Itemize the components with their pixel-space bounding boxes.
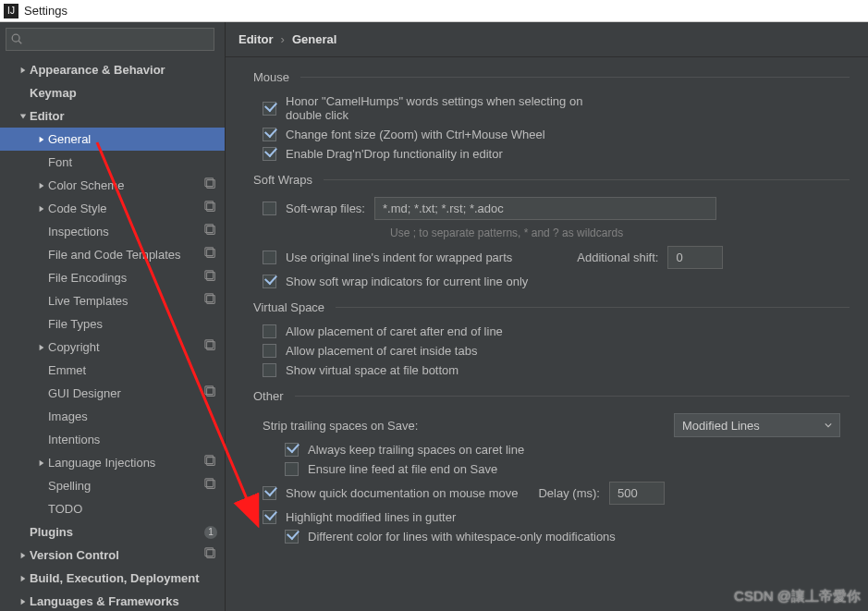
diff-color-label: Different color for lines with whitespac… bbox=[308, 530, 616, 544]
chevron-right-icon bbox=[17, 575, 30, 582]
sidebar-item-label: Plugins bbox=[30, 525, 204, 539]
sidebar-item-label: GUI Designer bbox=[48, 386, 204, 400]
search-input[interactable] bbox=[6, 28, 214, 51]
change-font-size-label: Change font size (Zoom) with Ctrl+Mouse … bbox=[286, 128, 545, 141]
delay-input[interactable] bbox=[609, 482, 665, 505]
sidebar-item-label: Appearance & Behavior bbox=[30, 63, 217, 77]
sidebar: Appearance & BehaviorKeymapEditorGeneral… bbox=[0, 22, 226, 611]
sidebar-item-inspections[interactable]: Inspections bbox=[0, 220, 225, 243]
honor-camelhumps-checkbox[interactable] bbox=[263, 102, 276, 116]
sidebar-item-file-and-code-templates[interactable]: File and Code Templates bbox=[0, 243, 225, 266]
sidebar-item-version-control[interactable]: Version Control bbox=[0, 544, 225, 567]
sidebar-item-emmet[interactable]: Emmet bbox=[0, 359, 225, 382]
sidebar-item-code-style[interactable]: Code Style bbox=[0, 197, 225, 220]
softwrap-hint: Use ; to separate patterns, * and ? as w… bbox=[253, 226, 850, 239]
additional-shift-label: Additional shift: bbox=[577, 251, 658, 264]
sidebar-item-images[interactable]: Images bbox=[0, 405, 225, 428]
caret-tabs-checkbox[interactable] bbox=[263, 344, 276, 358]
project-scope-icon bbox=[204, 177, 217, 193]
chevron-right-icon bbox=[17, 552, 30, 559]
chevron-right-icon bbox=[17, 598, 30, 605]
sidebar-item-label: Copyright bbox=[48, 340, 204, 354]
original-indent-checkbox[interactable] bbox=[263, 251, 276, 264]
ensure-lf-checkbox[interactable] bbox=[285, 462, 299, 476]
section-virtual-title: Virtual Space bbox=[253, 300, 324, 314]
drag-drop-label: Enable Drag'n'Drop functionality in edit… bbox=[286, 147, 503, 161]
project-scope-icon bbox=[204, 201, 217, 216]
chevron-right-icon bbox=[35, 344, 48, 351]
change-font-size-checkbox[interactable] bbox=[263, 128, 276, 141]
keep-trailing-checkbox[interactable] bbox=[285, 443, 299, 457]
chevron-right-icon bbox=[35, 136, 48, 143]
honor-camelhumps-label-2: double click bbox=[286, 108, 582, 122]
project-scope-icon bbox=[204, 547, 217, 563]
sidebar-item-label: File Encodings bbox=[48, 271, 204, 285]
show-bottom-checkbox[interactable] bbox=[263, 363, 276, 377]
sidebar-item-spelling[interactable]: Spelling bbox=[0, 474, 225, 497]
chevron-right-icon bbox=[35, 205, 48, 213]
project-scope-icon bbox=[204, 455, 217, 470]
sidebar-item-file-types[interactable]: File Types bbox=[0, 312, 225, 336]
highlight-gutter-checkbox[interactable] bbox=[263, 510, 276, 524]
sidebar-item-label: Intentions bbox=[48, 433, 217, 446]
sidebar-item-label: Keymap bbox=[30, 86, 217, 100]
sidebar-item-label: Spelling bbox=[48, 479, 204, 493]
sidebar-item-label: Color Scheme bbox=[48, 178, 204, 192]
sidebar-item-label: Version Control bbox=[30, 548, 204, 562]
chevron-right-icon bbox=[35, 182, 48, 189]
breadcrumb-parent[interactable]: Editor bbox=[238, 32, 274, 46]
show-indicators-checkbox[interactable] bbox=[263, 275, 276, 288]
caret-tabs-label: Allow placement of caret inside tabs bbox=[286, 344, 477, 358]
sidebar-item-file-encodings[interactable]: File Encodings bbox=[0, 266, 225, 289]
sidebar-item-font[interactable]: Font bbox=[0, 151, 225, 174]
sidebar-item-label: Live Templates bbox=[48, 294, 204, 308]
sidebar-item-gui-designer[interactable]: GUI Designer bbox=[0, 382, 225, 405]
project-scope-icon bbox=[204, 478, 217, 494]
sidebar-item-appearance-behavior[interactable]: Appearance & Behavior bbox=[0, 58, 225, 81]
sidebar-item-label: Inspections bbox=[48, 225, 204, 238]
sidebar-item-label: Emmet bbox=[48, 363, 217, 377]
sidebar-item-color-scheme[interactable]: Color Scheme bbox=[0, 174, 225, 197]
diff-color-checkbox[interactable] bbox=[285, 530, 299, 544]
sidebar-item-label: File and Code Templates bbox=[48, 248, 204, 262]
sidebar-item-todo[interactable]: TODO bbox=[0, 497, 225, 520]
sidebar-item-copyright[interactable]: Copyright bbox=[0, 336, 225, 359]
settings-tree: Appearance & BehaviorKeymapEditorGeneral… bbox=[0, 55, 225, 611]
chevron-right-icon bbox=[17, 67, 30, 74]
title-bar: IJ Settings bbox=[0, 0, 868, 22]
drag-drop-checkbox[interactable] bbox=[263, 147, 276, 161]
show-indicators-label: Show soft wrap indicators for current li… bbox=[286, 275, 528, 288]
divider bbox=[300, 77, 850, 78]
caret-eol-checkbox[interactable] bbox=[263, 324, 276, 338]
sidebar-item-editor[interactable]: Editor bbox=[0, 104, 225, 128]
chevron-down-icon bbox=[825, 422, 832, 429]
section-other-title: Other bbox=[253, 389, 284, 403]
sidebar-item-live-templates[interactable]: Live Templates bbox=[0, 289, 225, 312]
caret-eol-label: Allow placement of caret after end of li… bbox=[286, 324, 503, 338]
sidebar-item-language-injections[interactable]: Language Injections bbox=[0, 451, 225, 474]
divider bbox=[324, 179, 850, 180]
strip-spaces-select[interactable]: Modified Lines bbox=[674, 413, 840, 437]
divider bbox=[336, 307, 850, 308]
softwrap-files-input[interactable] bbox=[374, 197, 716, 220]
project-scope-icon bbox=[204, 224, 217, 239]
sidebar-item-label: General bbox=[48, 132, 217, 146]
strip-spaces-label: Strip trailing spaces on Save: bbox=[263, 419, 418, 433]
sidebar-item-label: TODO bbox=[48, 502, 217, 516]
svg-line-1 bbox=[18, 41, 21, 43]
project-scope-icon bbox=[204, 270, 217, 286]
breadcrumb-current: General bbox=[292, 32, 336, 46]
sidebar-item-label: Images bbox=[48, 409, 217, 423]
sidebar-item-plugins[interactable]: Plugins1 bbox=[0, 520, 225, 544]
sidebar-item-intentions[interactable]: Intentions bbox=[0, 428, 225, 451]
sidebar-item-languages-frameworks[interactable]: Languages & Frameworks bbox=[0, 590, 225, 611]
window-title: Settings bbox=[24, 4, 67, 18]
sidebar-item-label: Language Injections bbox=[48, 456, 204, 470]
softwrap-files-checkbox[interactable] bbox=[263, 202, 276, 215]
sidebar-item-general[interactable]: General bbox=[0, 128, 225, 151]
quick-doc-checkbox[interactable] bbox=[263, 486, 276, 500]
additional-shift-input[interactable] bbox=[667, 246, 723, 269]
chevron-right-icon: › bbox=[281, 32, 285, 46]
sidebar-item-keymap[interactable]: Keymap bbox=[0, 81, 225, 104]
sidebar-item-build-execution-deployment[interactable]: Build, Execution, Deployment bbox=[0, 567, 225, 590]
